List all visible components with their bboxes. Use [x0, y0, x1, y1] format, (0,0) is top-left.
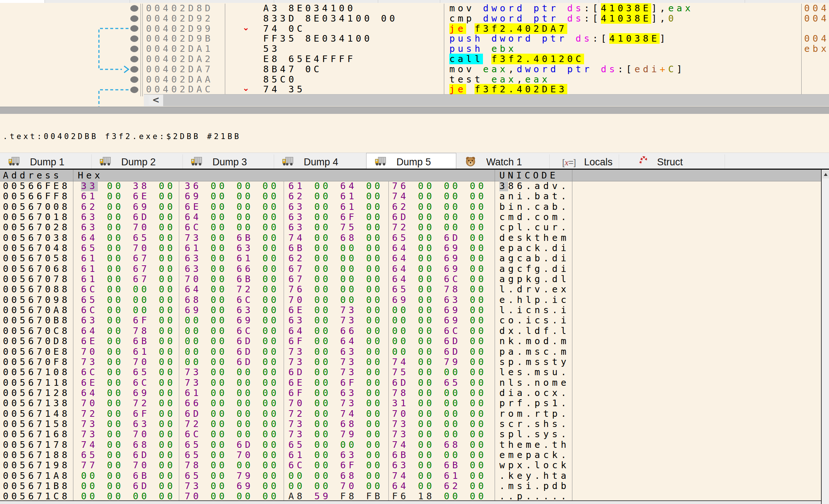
hex-byte[interactable]: 73: [288, 347, 305, 357]
dump-unicode-text[interactable]: dx.ldf.l: [499, 326, 569, 336]
dump-unicode-text[interactable]: agpkg.dl: [499, 274, 569, 284]
hex-byte[interactable]: 6F: [288, 336, 305, 346]
hex-byte[interactable]: 00: [133, 491, 150, 500]
hex-byte[interactable]: 79: [444, 357, 461, 367]
hex-byte[interactable]: 63: [392, 460, 409, 470]
dump-address[interactable]: 005671C8: [3, 491, 70, 500]
hex-byte[interactable]: 00: [314, 181, 331, 191]
hex-byte[interactable]: 65: [392, 233, 409, 243]
hex-byte[interactable]: 6B: [133, 336, 150, 346]
hex-byte[interactable]: 69: [392, 295, 409, 305]
hex-byte[interactable]: 75: [392, 367, 409, 377]
hex-byte[interactable]: 73: [81, 429, 98, 439]
hex-byte[interactable]: 00: [340, 295, 357, 305]
hex-byte[interactable]: 38: [133, 181, 150, 191]
hex-byte[interactable]: 00: [418, 336, 435, 346]
hex-byte[interactable]: 6C: [185, 222, 202, 232]
hex-byte[interactable]: 00: [470, 295, 487, 305]
hex-byte[interactable]: 00: [340, 243, 357, 253]
hex-byte[interactable]: 33: [81, 181, 98, 191]
hex-byte[interactable]: 6D: [185, 409, 202, 419]
hex-byte[interactable]: 00: [366, 212, 383, 222]
hex-byte[interactable]: 00: [262, 202, 279, 212]
hex-byte[interactable]: 00: [159, 284, 176, 295]
dump-row[interactable]: 0056715873006300720000007300680073000000…: [0, 419, 821, 429]
hex-byte[interactable]: 00: [340, 274, 357, 284]
column-divider[interactable]: [572, 170, 572, 500]
hex-byte[interactable]: 6D: [288, 367, 305, 377]
dump-address[interactable]: 00567058: [3, 253, 70, 263]
hex-byte[interactable]: 00: [107, 284, 124, 295]
hex-byte[interactable]: 00: [262, 450, 279, 460]
hex-byte[interactable]: 00: [444, 367, 461, 377]
hex-byte[interactable]: 70: [133, 357, 150, 367]
hex-byte[interactable]: 00: [211, 264, 227, 274]
hex-byte[interactable]: 00: [470, 305, 487, 315]
hex-byte[interactable]: 00: [107, 326, 124, 336]
hex-byte[interactable]: 00: [366, 481, 383, 491]
dump-unicode-text[interactable]: ..p.....: [499, 491, 569, 500]
dump-row[interactable]: 0056714872006F006D0000007200740070000000…: [0, 409, 821, 419]
dump-address[interactable]: 005670F8: [3, 357, 70, 367]
hex-byte[interactable]: 64: [392, 264, 409, 274]
hex-byte[interactable]: 00: [418, 233, 435, 243]
hex-byte[interactable]: 00: [211, 419, 227, 429]
tab-watch-1[interactable]: Watch 1: [456, 154, 550, 169]
hex-byte[interactable]: 00: [237, 378, 253, 388]
hex-byte[interactable]: 00: [185, 347, 202, 357]
dump-unicode-text[interactable]: agcab.di: [499, 253, 569, 263]
dump-unicode-text[interactable]: scr.shs.: [499, 419, 569, 429]
hex-byte[interactable]: 00: [288, 471, 305, 481]
hex-byte[interactable]: 00: [159, 222, 176, 232]
instruction-text[interactable]: test eax,eax: [449, 74, 550, 85]
hex-byte[interactable]: 00: [444, 491, 461, 500]
instruction-text[interactable]: je f3f2.402DE3: [449, 84, 567, 95]
hex-byte[interactable]: 00: [470, 450, 487, 460]
hex-byte[interactable]: 00: [107, 398, 124, 408]
hex-byte[interactable]: 65: [81, 295, 98, 305]
dump-unicode-text[interactable]: emepack.: [499, 450, 569, 460]
hex-byte[interactable]: 00: [418, 305, 435, 315]
hex-byte[interactable]: 00: [211, 357, 227, 367]
hex-byte[interactable]: 00: [107, 440, 124, 450]
hex-byte[interactable]: 00: [340, 264, 357, 274]
hex-byte[interactable]: 70: [133, 429, 150, 439]
hex-byte[interactable]: 70: [392, 409, 409, 419]
hex-byte[interactable]: 00: [470, 233, 487, 243]
column-divider[interactable]: [495, 170, 495, 500]
hex-byte[interactable]: 00: [418, 253, 435, 263]
hex-byte[interactable]: 00: [418, 388, 435, 398]
hex-byte[interactable]: 65: [288, 440, 305, 450]
hex-byte[interactable]: 00: [211, 460, 227, 470]
hex-byte[interactable]: 00: [418, 440, 435, 450]
hex-byte[interactable]: 76: [288, 284, 305, 295]
hex-byte[interactable]: 00: [262, 191, 279, 201]
hex-byte[interactable]: 68: [133, 440, 150, 450]
dump-address[interactable]: 005671A8: [3, 471, 70, 481]
hex-byte[interactable]: 00: [314, 419, 331, 429]
hex-byte[interactable]: 00: [211, 233, 227, 243]
hex-byte[interactable]: 00: [262, 181, 279, 191]
hex-byte[interactable]: 6D: [392, 378, 409, 388]
hex-byte[interactable]: 00: [314, 284, 331, 295]
hex-byte[interactable]: 00: [340, 284, 357, 295]
hex-byte[interactable]: 00: [418, 471, 435, 481]
hex-byte[interactable]: 00: [237, 398, 253, 408]
dump-address[interactable]: 00567138: [3, 398, 70, 408]
hex-byte[interactable]: 00: [314, 440, 331, 450]
hex-byte[interactable]: 00: [470, 471, 487, 481]
disasm-horizontal-scrollbar[interactable]: <: [144, 94, 829, 106]
hex-byte[interactable]: 00: [314, 326, 331, 336]
hex-byte[interactable]: 00: [159, 191, 176, 201]
dump-row[interactable]: 00567028630070006C0000006300750072000000…: [0, 222, 821, 232]
hex-byte[interactable]: 00: [392, 336, 409, 346]
instruction-bytes[interactable]: 74 0C: [263, 24, 305, 34]
hex-byte[interactable]: 00: [211, 429, 227, 439]
hex-byte[interactable]: 00: [418, 450, 435, 460]
disasm-row[interactable]: 00402DA78B47 0Cmov eax,dword ptr ds:[edi…: [0, 64, 829, 74]
hex-byte[interactable]: 00: [366, 336, 383, 346]
hex-byte[interactable]: 00: [418, 274, 435, 284]
hex-byte[interactable]: 73: [288, 357, 305, 367]
hex-byte[interactable]: 73: [185, 378, 202, 388]
hex-byte[interactable]: 00: [444, 419, 461, 429]
